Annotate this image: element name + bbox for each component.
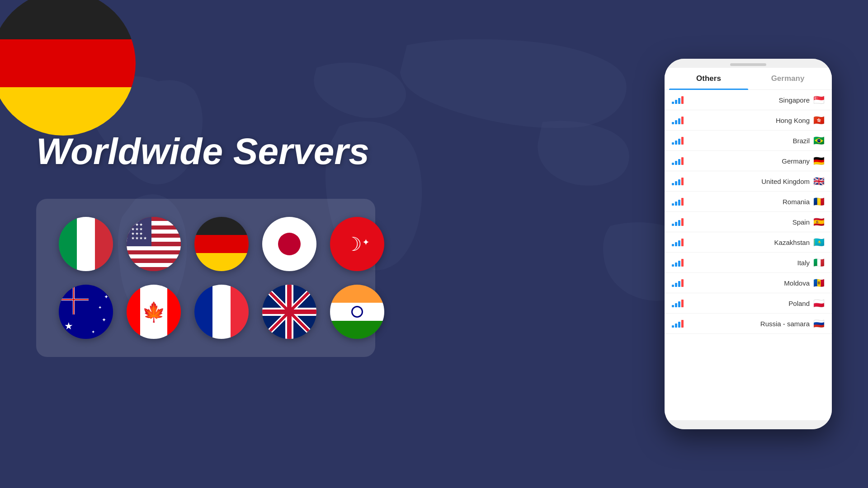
server-flag: 🇸🇬	[813, 94, 825, 105]
phone-mockup: Others Germany Singapore 🇸🇬 Hong Kong 🇭🇰	[665, 59, 832, 429]
signal-icon	[672, 137, 685, 145]
server-list[interactable]: Singapore 🇸🇬 Hong Kong 🇭🇰 Brazil 🇧🇷 Ge	[665, 90, 832, 420]
phone-screen: Others Germany Singapore 🇸🇬 Hong Kong 🇭🇰	[665, 68, 832, 420]
japan-circle	[278, 233, 301, 255]
server-flag: 🇵🇱	[813, 298, 825, 309]
server-flag: 🇭🇰	[813, 115, 825, 126]
server-item[interactable]: Brazil 🇧🇷	[665, 131, 832, 151]
server-flag: 🇷🇴	[813, 196, 825, 207]
turkey-crescent: ☽	[345, 233, 362, 255]
flag-india[interactable]	[330, 285, 384, 339]
main-content: Worldwide Servers	[0, 0, 407, 488]
server-item[interactable]: Moldova 🇲🇩	[665, 273, 832, 293]
server-flag: 🇪🇸	[813, 216, 825, 227]
flag-uk[interactable]	[262, 285, 316, 339]
flag-usa[interactable]: ★★★★★★★★★★★★★	[127, 217, 181, 271]
server-flag: 🇰🇿	[813, 237, 825, 248]
tab-germany[interactable]: Germany	[748, 68, 827, 89]
server-item[interactable]: Germany 🇩🇪	[665, 151, 832, 171]
server-item[interactable]: United Kingdom 🇬🇧	[665, 171, 832, 192]
server-flag: 🇬🇧	[813, 176, 825, 187]
server-name: Brazil	[690, 137, 810, 145]
flag-grid: ★★★★★★★★★★★★★ ☽ ✦ ★ ✦	[36, 199, 375, 357]
server-name: Russia - samara	[690, 320, 810, 328]
flag-australia[interactable]: ★ ✦ ✦ ✦ ✦	[59, 285, 113, 339]
signal-icon	[672, 157, 685, 165]
server-name: Poland	[690, 300, 810, 307]
server-item[interactable]: Singapore 🇸🇬	[665, 90, 832, 110]
maple-leaf: 🍁	[142, 301, 165, 323]
signal-icon	[672, 239, 685, 246]
signal-icon	[672, 279, 685, 287]
signal-icon	[672, 198, 685, 206]
aus-star: ★	[64, 320, 73, 332]
phone-notch-bar	[665, 59, 832, 68]
server-item[interactable]: Italy 🇮🇹	[665, 253, 832, 273]
server-flag: 🇷🇺	[813, 318, 825, 329]
phone-bottom	[665, 420, 832, 429]
server-item[interactable]: Poland 🇵🇱	[665, 293, 832, 314]
signal-icon	[672, 178, 685, 185]
server-item[interactable]: Hong Kong 🇭🇰	[665, 110, 832, 131]
server-flag: 🇮🇹	[813, 257, 825, 268]
phone-notch	[730, 63, 766, 66]
server-name: Germany	[690, 157, 810, 165]
signal-icon	[672, 96, 685, 104]
server-item[interactable]: Kazakhstan 🇰🇿	[665, 232, 832, 253]
flag-italy[interactable]	[59, 217, 113, 271]
server-name: Kazakhstan	[690, 239, 810, 246]
server-name: Spain	[690, 218, 810, 226]
server-flag: 🇲🇩	[813, 277, 825, 288]
australia-union	[59, 285, 89, 314]
signal-icon	[672, 117, 685, 124]
server-name: United Kingdom	[690, 178, 810, 185]
signal-icon	[672, 320, 685, 328]
signal-icon	[672, 300, 685, 307]
server-name: Hong Kong	[690, 117, 810, 124]
signal-icon	[672, 218, 685, 226]
flag-france[interactable]	[194, 285, 249, 339]
server-name: Moldova	[690, 279, 810, 287]
flag-japan[interactable]	[262, 217, 316, 271]
server-item[interactable]: Romania 🇷🇴	[665, 192, 832, 212]
signal-icon	[672, 259, 685, 267]
flag-germany[interactable]	[194, 217, 249, 271]
server-flag: 🇩🇪	[813, 155, 825, 166]
server-name: Singapore	[690, 96, 810, 104]
server-name: Romania	[690, 198, 810, 206]
flag-turkey[interactable]: ☽ ✦	[330, 217, 384, 271]
server-name: Italy	[690, 259, 810, 267]
page-title: Worldwide Servers	[36, 131, 371, 172]
server-item[interactable]: Spain 🇪🇸	[665, 212, 832, 232]
phone-tabs: Others Germany	[665, 68, 832, 90]
tab-others[interactable]: Others	[669, 68, 748, 89]
server-flag: 🇧🇷	[813, 135, 825, 146]
ashoka-wheel	[351, 306, 363, 318]
server-item[interactable]: Russia - samara 🇷🇺	[665, 314, 832, 334]
flag-canada[interactable]: 🍁	[127, 285, 181, 339]
turkey-star: ✦	[362, 237, 370, 248]
